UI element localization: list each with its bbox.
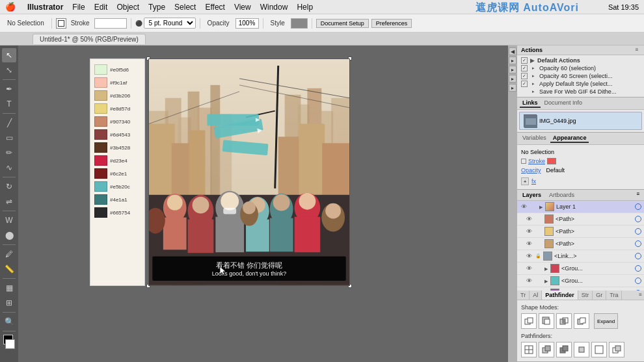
tool-reflect[interactable]: ⇌ — [2, 194, 16, 209]
doc-setup-button[interactable]: Document Setup — [316, 19, 369, 28]
pf-tab-tra[interactable]: Tra — [606, 291, 622, 300]
tool-direct-select[interactable]: ⤡ — [2, 63, 16, 77]
strip-btn-1[interactable]: ◀ — [509, 47, 517, 55]
outline-btn[interactable] — [591, 342, 607, 357]
tool-gradient[interactable]: ▦ — [2, 281, 16, 295]
stroke-row[interactable]: Stroke — [521, 157, 640, 166]
exclude-btn[interactable] — [574, 313, 589, 329]
artboards-tab[interactable]: Artboards — [546, 191, 577, 199]
layer-path-1[interactable]: 👁 <Path> — [517, 213, 644, 226]
layer-path-3[interactable]: 👁 <Path> — [517, 238, 644, 250]
minus-back-btn[interactable] — [609, 342, 624, 357]
tool-mesh[interactable]: ⊞ — [2, 296, 16, 310]
tool-rect[interactable]: ▭ — [2, 131, 16, 145]
brush-select[interactable]: 5 pt. Round — [144, 18, 196, 29]
pf-tab-gr[interactable]: Gr — [593, 291, 606, 300]
add-fx-btn[interactable]: + — [521, 177, 529, 185]
color-swatch-5[interactable] — [94, 116, 107, 127]
divide-btn[interactable] — [521, 342, 537, 357]
variables-tab[interactable]: Variables — [520, 134, 549, 143]
menu-select[interactable]: Select — [174, 3, 196, 12]
tool-brush[interactable]: ✏ — [2, 146, 16, 160]
tool-pen[interactable]: ✒ — [2, 82, 16, 96]
link-lock[interactable]: 🔒 — [535, 253, 541, 259]
brush-selector[interactable]: ⚫ 5 pt. Round — [135, 18, 196, 29]
actions-menu-btn[interactable]: ≡ — [634, 47, 640, 53]
tool-blend[interactable]: ⬤ — [2, 228, 16, 242]
links-item-1[interactable]: IMG_0449.jpg — [519, 112, 642, 130]
doc-info-tab[interactable]: Document Info — [542, 99, 585, 108]
preferences-button[interactable]: Preferences — [371, 19, 412, 28]
unite-btn[interactable] — [521, 313, 537, 329]
layers-tab[interactable]: Layers — [520, 191, 544, 199]
document-tab[interactable]: Untitled-1* @ 50% (RGB/Preview) — [33, 34, 146, 44]
group-1-vis[interactable]: 👁 — [525, 265, 533, 272]
color-swatch-1[interactable] — [94, 64, 107, 75]
expand-btn[interactable]: Expand — [594, 313, 618, 329]
menu-object[interactable]: Object — [116, 3, 139, 12]
appearance-tab[interactable]: Appearance — [550, 134, 589, 143]
tool-zoom[interactable]: 🔍 — [2, 315, 16, 329]
canvas-area[interactable]: #e0f5d6 #f9c1af #d3b206 #e8d57d #907340 … — [18, 45, 508, 362]
link-circle[interactable] — [635, 253, 641, 259]
path-2-vis[interactable]: 👁 — [525, 227, 533, 235]
fx-label[interactable]: fx — [531, 178, 536, 185]
style-swatch[interactable] — [291, 18, 308, 29]
group-2-circle[interactable] — [635, 278, 641, 284]
tool-type[interactable]: T — [2, 97, 16, 111]
tool-line[interactable]: ╱ — [2, 116, 16, 130]
stroke-color-picker[interactable] — [94, 18, 127, 29]
pf-tab-str[interactable]: Str — [578, 291, 593, 300]
color-swatch-6[interactable] — [94, 129, 107, 140]
background-color[interactable] — [5, 339, 15, 349]
strip-btn-3[interactable]: ▸ — [509, 66, 517, 73]
color-swatch-3[interactable] — [94, 90, 107, 101]
group-2-vis[interactable]: 👁 — [525, 277, 533, 285]
trim-btn[interactable] — [539, 342, 554, 357]
color-swatch-9[interactable] — [94, 168, 107, 179]
path-1-circle[interactable] — [635, 216, 641, 222]
action-item-3[interactable]: ✓ ▸ Apply Default Style (select... — [517, 80, 644, 88]
group-1-expand[interactable]: ▶ — [544, 266, 548, 270]
path-2-circle[interactable] — [635, 228, 641, 235]
layer-link[interactable]: 👁 🔒 <Link...> — [517, 250, 644, 263]
tool-select[interactable]: ↖ — [2, 48, 16, 62]
strip-btn-2[interactable]: ▸ — [509, 57, 517, 64]
action-play-3[interactable]: ▸ — [530, 81, 537, 87]
menu-window[interactable]: Window — [260, 3, 288, 12]
layer-1-vis[interactable]: 👁 — [520, 203, 528, 211]
apple-menu[interactable]: 🍎 — [5, 2, 16, 12]
opacity-appear-label[interactable]: Opacity — [521, 167, 541, 174]
layer-path-2[interactable]: 👁 <Path> — [517, 226, 644, 238]
menu-type[interactable]: Type — [148, 3, 165, 12]
action-item-2[interactable]: ✓ ▸ Opacity 40 Screen (selecti... — [517, 72, 644, 80]
stroke-toggle[interactable] — [521, 159, 526, 164]
pf-tab-pathfinder[interactable]: Pathfinder — [542, 291, 578, 300]
color-swatch-7[interactable] — [94, 142, 107, 153]
layer-group-2[interactable]: 👁 ▶ <Grou... — [517, 275, 644, 287]
action-play-2[interactable]: ▸ — [530, 73, 537, 79]
menu-help[interactable]: Help — [297, 3, 313, 12]
layer-1-lock[interactable] — [530, 203, 537, 211]
action-play-1[interactable]: ▸ — [530, 65, 537, 71]
crop-btn[interactable] — [574, 342, 589, 357]
pf-panel-menu[interactable]: ≡ — [637, 291, 644, 300]
color-swatch-10[interactable] — [94, 181, 107, 192]
strip-btn-5[interactable]: ▸ — [509, 84, 517, 92]
color-swatch-8[interactable] — [94, 155, 107, 166]
strip-btn-4[interactable]: ▸ — [509, 75, 517, 83]
action-item-1[interactable]: ✓ ▸ Opacity 60 (selection) — [517, 64, 644, 72]
color-swatch-12[interactable] — [94, 207, 107, 218]
layer-group-1[interactable]: 👁 ▶ <Grou... — [517, 263, 644, 275]
color-swatch-2[interactable] — [94, 77, 107, 88]
color-swatch-4[interactable] — [94, 103, 107, 114]
action-play-4[interactable]: ▸ — [530, 88, 537, 95]
layers-menu-btn[interactable]: ≡ — [635, 191, 641, 198]
path-3-vis[interactable]: 👁 — [525, 240, 533, 248]
opacity-input[interactable] — [235, 18, 259, 29]
tool-rotate[interactable]: ↻ — [2, 179, 16, 194]
menu-edit[interactable]: Edit — [94, 3, 108, 12]
menu-illustrator[interactable]: Illustrator — [27, 3, 63, 12]
artwork-container[interactable]: 看着不错 你们觉得呢 Looks good, don't you think? — [148, 58, 350, 286]
layer-1-row[interactable]: 👁 ▶ Layer 1 — [517, 201, 644, 213]
